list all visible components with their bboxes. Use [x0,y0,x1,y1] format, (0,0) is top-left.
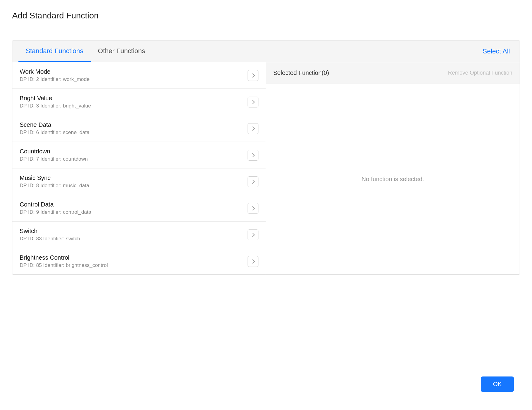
function-meta: DP ID: 2 Identifier: work_mode [20,76,89,82]
function-meta: DP ID: 9 Identifier: control_data [20,209,91,215]
chevron-right-icon [250,179,255,184]
function-info: Work ModeDP ID: 2 Identifier: work_mode [20,68,89,82]
tabs-header: Standard Functions Other Functions Selec… [12,40,520,62]
chevron-button[interactable] [248,203,258,214]
function-item[interactable]: SwitchDP ID: 83 Identifier: switch [12,222,266,248]
function-info: Music SyncDP ID: 8 Identifier: music_dat… [20,175,89,189]
function-item[interactable]: Scene DataDP ID: 6 Identifier: scene_dat… [12,115,266,142]
function-meta: DP ID: 3 Identifier: bright_value [20,103,91,109]
chevron-button[interactable] [248,256,258,267]
chevron-right-icon [250,73,255,77]
page-title: Add Standard Function [0,0,532,28]
function-name: Music Sync [20,175,89,181]
chevron-right-icon [250,100,255,104]
tab-other-functions[interactable]: Other Functions [91,40,153,62]
tab-standard-functions[interactable]: Standard Functions [18,40,91,62]
right-panel-content: No function is selected. [266,84,520,274]
function-item[interactable]: Music SyncDP ID: 8 Identifier: music_dat… [12,168,266,195]
main-container: Standard Functions Other Functions Selec… [12,40,520,275]
top-divider [0,28,532,28]
function-name: Bright Value [20,95,91,102]
function-info: CountdownDP ID: 7 Identifier: countdown [20,148,88,162]
chevron-right-icon [250,153,255,157]
ok-button-container: OK [481,376,514,392]
chevron-button[interactable] [248,150,258,161]
right-panel-header: Selected Function(0) Remove Optional Fun… [266,62,520,84]
function-name: Countdown [20,148,88,155]
function-name: Brightness Control [20,254,108,261]
function-info: Brightness ControlDP ID: 85 Identifier: … [20,254,108,268]
chevron-right-icon [250,126,255,130]
function-meta: DP ID: 85 Identifier: brightness_control [20,262,108,268]
remove-optional-button: Remove Optional Function [448,70,512,76]
left-panel: Work ModeDP ID: 2 Identifier: work_modeB… [12,62,266,274]
chevron-right-icon [250,232,255,237]
chevron-right-icon [250,259,255,263]
chevron-button[interactable] [248,229,258,240]
function-info: Control DataDP ID: 9 Identifier: control… [20,201,91,215]
chevron-right-icon [250,206,255,210]
function-info: Bright ValueDP ID: 3 Identifier: bright_… [20,95,91,109]
content-area: Work ModeDP ID: 2 Identifier: work_modeB… [12,62,520,274]
functions-list: Work ModeDP ID: 2 Identifier: work_modeB… [12,62,266,274]
function-item[interactable]: Brightness ControlDP ID: 85 Identifier: … [12,248,266,274]
function-meta: DP ID: 6 Identifier: scene_data [20,130,89,136]
function-name: Control Data [20,201,91,208]
right-panel: Selected Function(0) Remove Optional Fun… [266,62,520,274]
chevron-button[interactable] [248,123,258,134]
function-info: SwitchDP ID: 83 Identifier: switch [20,228,80,242]
function-name: Scene Data [20,121,89,128]
function-item[interactable]: Work ModeDP ID: 2 Identifier: work_mode [12,62,266,89]
chevron-button[interactable] [248,97,258,107]
ok-button[interactable]: OK [481,376,514,392]
function-item[interactable]: CountdownDP ID: 7 Identifier: countdown [12,142,266,168]
function-name: Switch [20,228,80,235]
function-meta: DP ID: 8 Identifier: music_data [20,183,89,189]
function-item[interactable]: Bright ValueDP ID: 3 Identifier: bright_… [12,89,266,115]
chevron-button[interactable] [248,70,258,81]
chevron-button[interactable] [248,176,258,187]
selected-function-title: Selected Function(0) [273,69,329,76]
function-info: Scene DataDP ID: 6 Identifier: scene_dat… [20,121,89,136]
function-item[interactable]: Control DataDP ID: 9 Identifier: control… [12,195,266,222]
function-meta: DP ID: 83 Identifier: switch [20,236,80,242]
function-name: Work Mode [20,68,89,75]
no-function-text: No function is selected. [362,176,424,183]
select-all-button[interactable]: Select All [479,40,514,62]
function-meta: DP ID: 7 Identifier: countdown [20,156,88,162]
